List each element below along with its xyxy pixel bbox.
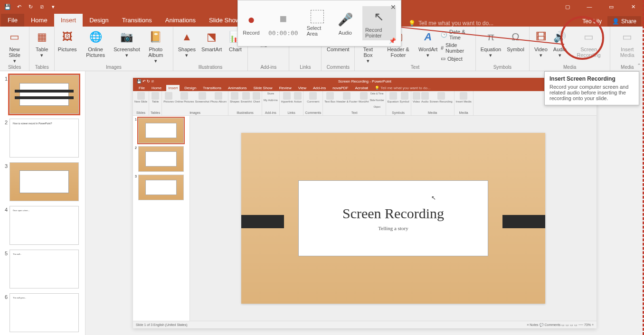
- recbar-pin-icon[interactable]: 📌: [389, 37, 396, 44]
- tell-me-search[interactable]: 💡 Tell me what you want to do...: [408, 20, 493, 27]
- minimize-button[interactable]: —: [578, 0, 600, 13]
- tab-home[interactable]: Home: [24, 14, 54, 27]
- cursor-icon: ↖: [431, 195, 436, 201]
- slide-number-button[interactable]: # Slide Number: [440, 42, 473, 54]
- record-pointer-button[interactable]: ↖Record Pointer: [362, 6, 396, 40]
- collapse-ribbon-icon[interactable]: ⌃: [637, 63, 641, 69]
- qat-redo[interactable]: ↻: [27, 3, 34, 10]
- nested-slide-subtitle: Telling a story: [378, 225, 408, 231]
- tab-design[interactable]: Design: [83, 14, 115, 27]
- date-time-button[interactable]: 🕒 Date & Time: [440, 28, 473, 41]
- slide-thumb-5[interactable]: 5 The wolf...: [2, 250, 83, 288]
- slide-thumbnail-pane[interactable]: 1 2 How to screen record in PowerPoint? …: [0, 71, 85, 335]
- pictures-button[interactable]: 🖼Pictures: [57, 28, 77, 53]
- group-images-label: Images: [106, 65, 122, 70]
- slide-thumb-3[interactable]: 3: [2, 162, 83, 201]
- smartart-button[interactable]: ⬔SmartArt: [199, 28, 224, 53]
- tab-file[interactable]: File: [1, 14, 24, 27]
- group-slides-label: Slides: [8, 65, 21, 70]
- stop-button[interactable]: ■00:00:00: [268, 10, 298, 37]
- current-slide[interactable]: 💾 ↶ ↻ ⎚ Screen Recording - PowerPoint Fi…: [133, 78, 597, 328]
- new-slide-button[interactable]: ▭New Slide▾: [3, 28, 26, 65]
- group-illustrations-label: Illustrations: [199, 65, 223, 70]
- screenshot-button[interactable]: 📷Screenshot▾: [114, 28, 140, 59]
- wordart-button[interactable]: AWordArt▾: [418, 28, 438, 59]
- qat-save[interactable]: 💾: [4, 3, 11, 10]
- slide-thumb-6[interactable]: 6 The wolf grew...: [2, 293, 83, 332]
- qat-start[interactable]: ⎚: [38, 3, 46, 10]
- group-comments-label: Comments: [327, 65, 350, 70]
- slide-thumb-4[interactable]: 4 Once upon a time...: [2, 206, 83, 245]
- nested-titlebar: 💾 ↶ ↻ ⎚ Screen Recording - PowerPoint: [133, 78, 597, 84]
- nested-status-bar: Slide 1 of 3 English (United States) ≡ N…: [133, 321, 597, 328]
- slide-thumb-1[interactable]: 1: [2, 75, 83, 114]
- tab-transitions[interactable]: Transitions: [115, 14, 159, 27]
- group-symbols-label: Symbols: [493, 65, 511, 70]
- nested-thumbs: 1 2 3: [133, 116, 190, 321]
- share-button[interactable]: 👤 Share: [607, 16, 641, 27]
- group-addins-label: Add-ins: [260, 65, 276, 70]
- recbar-close-icon[interactable]: ✕: [390, 3, 396, 11]
- tab-insert[interactable]: Insert: [54, 14, 83, 27]
- online-pictures-button[interactable]: 🌐Online Pictures: [79, 28, 112, 59]
- object-button[interactable]: ▭ Object: [440, 55, 473, 62]
- group-tables-label: Tables: [35, 65, 49, 70]
- slide-thumb-2[interactable]: 2 How to screen record in PowerPoint?: [2, 119, 83, 158]
- ribbon-options-icon[interactable]: ▢: [557, 0, 578, 13]
- table-button[interactable]: ▦Table▾: [32, 28, 51, 59]
- group-text-label: Text: [411, 65, 419, 70]
- slide-edit-area[interactable]: 💾 ↶ ↻ ⎚ Screen Recording - PowerPoint Fi…: [85, 71, 644, 335]
- photo-album-button[interactable]: 📔Photo Album▾: [142, 28, 170, 65]
- nested-ribbon: New SlideSlides TableTables PicturesOnli…: [133, 91, 597, 116]
- screen-recording-tooltip: Insert Screen Recording Record your comp…: [544, 71, 639, 105]
- group-media-label: Media: [563, 65, 576, 70]
- screen-recording-button[interactable]: ▭Screen Recording: [570, 28, 607, 59]
- record-button[interactable]: ●Record: [243, 11, 260, 36]
- close-button[interactable]: ✕: [622, 0, 644, 13]
- nested-slide-canvas: Screen Recording Telling a story ↖: [241, 133, 545, 304]
- maximize-button[interactable]: ▭: [600, 0, 622, 13]
- nested-tabs: File Home Insert Design Transitions Anim…: [133, 84, 597, 91]
- select-area-button[interactable]: Select Area: [307, 10, 328, 37]
- audio-button[interactable]: 🔊Audio▾: [551, 28, 568, 59]
- group-links-label: Links: [300, 65, 311, 70]
- user-name[interactable]: Teo Lily: [582, 18, 602, 25]
- qat-undo[interactable]: ↶: [15, 3, 23, 10]
- tab-animations[interactable]: Animations: [159, 14, 202, 27]
- equation-button[interactable]: πEquation▾: [479, 28, 503, 59]
- group-insert-media-label: Media: [621, 65, 634, 70]
- record-audio-button[interactable]: 🎤Audio: [337, 11, 354, 36]
- symbol-button[interactable]: ΩSymbol: [505, 28, 526, 53]
- qat-more[interactable]: ▾: [49, 3, 57, 10]
- nested-slide-title: Screen Recording: [342, 205, 444, 222]
- video-button[interactable]: 🎞Video▾: [532, 28, 549, 59]
- insert-media-button[interactable]: ▭Insert Media: [613, 28, 641, 59]
- shapes-button[interactable]: ▲Shapes▾: [176, 28, 198, 59]
- screen-record-toolbar: ●Record ■00:00:00 Select Area 🎤Audio ↖Re…: [237, 0, 401, 47]
